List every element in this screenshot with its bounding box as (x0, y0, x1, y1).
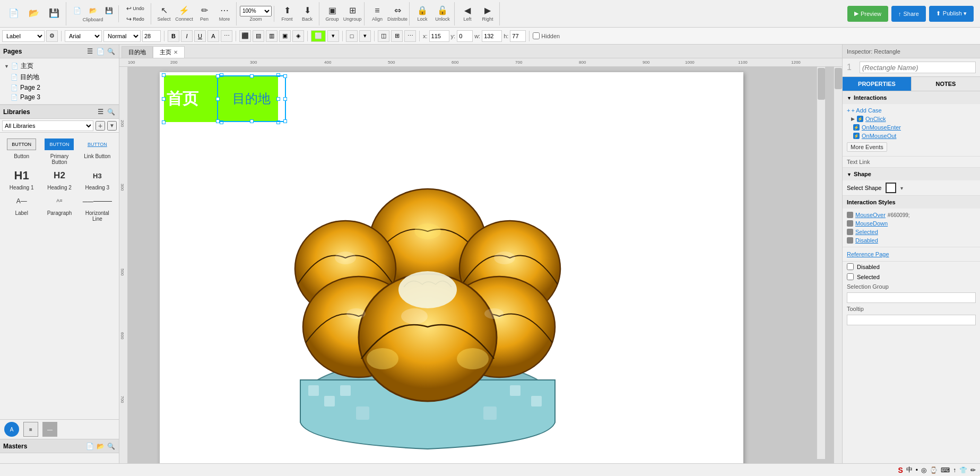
front-button[interactable]: ⬆ Front (277, 2, 297, 25)
dest-handle-bm[interactable] (250, 119, 254, 123)
widget-type-select[interactable]: Label (2, 30, 45, 42)
page-item-main[interactable]: ▼ 📄 主页 (2, 60, 117, 72)
more-button[interactable]: ⋯ More (215, 2, 234, 25)
disabled-checkbox[interactable] (847, 263, 854, 270)
distribute-button[interactable]: ⇔ Distribute (388, 2, 407, 25)
inspector-tab-properties[interactable]: PROPERTIES (843, 77, 912, 91)
layout-button[interactable]: ⊞ (391, 30, 403, 42)
w-input[interactable] (482, 30, 502, 42)
lib-item-extra2[interactable]: ≡ (23, 422, 38, 437)
valign-mid-button[interactable]: ◈ (292, 30, 304, 42)
group-button[interactable]: ▣ Group (323, 2, 342, 25)
valign-top-button[interactable]: ▣ (279, 30, 291, 42)
canvas-dest-selected[interactable]: 目的地 (217, 75, 286, 122)
handle-tl[interactable] (162, 73, 166, 77)
save-button[interactable]: 💾 (45, 2, 64, 25)
libraries-dropdown-arrow[interactable]: ▼ (107, 121, 117, 131)
inspector-tab-notes[interactable]: NOTES (912, 77, 980, 91)
canvas-tab-main[interactable]: 主页 ✕ (153, 46, 185, 58)
libraries-dropdown[interactable]: All Libraries (2, 120, 93, 131)
fill-color-button[interactable]: ⬜ (311, 30, 326, 42)
dest-handle-tl[interactable] (216, 74, 220, 78)
ungroup-button[interactable]: ⊞ Ungroup (343, 2, 362, 25)
interactions-section-header[interactable]: Interactions (843, 91, 980, 104)
align-center-button[interactable]: ▤ (253, 30, 264, 42)
align-right-button[interactable]: ▥ (266, 30, 277, 42)
dest-handle-bl[interactable] (216, 119, 220, 123)
dest-handle-mr[interactable] (283, 97, 287, 101)
border-color-button[interactable]: □ (346, 30, 358, 42)
canvas-vscroll-thumb[interactable] (818, 68, 825, 100)
hidden-checkbox[interactable] (533, 32, 540, 39)
lib-item-label[interactable]: A— Label (4, 194, 39, 222)
tooltip-input[interactable] (847, 315, 976, 325)
dest-handle-tr[interactable] (283, 74, 287, 78)
canvas-scroll-right-thumb[interactable] (835, 68, 842, 89)
style-selected[interactable]: Selected (843, 228, 980, 236)
page-item-destination[interactable]: 📄 目的地 (2, 72, 117, 83)
libraries-settings-icon[interactable]: ☰ (96, 107, 105, 117)
new-file-button[interactable]: 📄 (70, 5, 84, 16)
lib-item-button[interactable]: BUTTON Button (4, 137, 39, 165)
bold-button[interactable]: B (168, 30, 179, 42)
lib-item-link-button[interactable]: BUTTON Link Button (80, 137, 115, 165)
masters-search-icon[interactable]: 🔍 (106, 442, 116, 451)
lib-item-extra3[interactable]: — (42, 422, 57, 437)
lib-item-h1[interactable]: H1 Heading 1 (4, 168, 39, 191)
lib-item-h2[interactable]: H2 Heading 2 (42, 168, 76, 191)
widget-settings-button[interactable]: ⚙ (46, 30, 58, 42)
publish-button[interactable]: ⬆ Publish ▾ (929, 6, 974, 22)
style-mousedown[interactable]: MouseDown (843, 219, 980, 228)
underline-button[interactable]: U (194, 30, 206, 42)
dest-handle-ml[interactable] (216, 97, 220, 101)
text-more-button[interactable]: ⋯ (221, 30, 232, 42)
libraries-add-button[interactable]: + (96, 121, 105, 131)
lib-item-h3[interactable]: H3 Heading 3 (80, 168, 115, 191)
lib-item-hline[interactable]: —— Horizontal Line (80, 194, 115, 222)
italic-button[interactable]: I (181, 30, 193, 42)
page-item-page3[interactable]: 📄 Page 3 (2, 92, 117, 102)
preview-button[interactable]: ▶ Preview (847, 6, 888, 22)
selection-group-input[interactable] (847, 292, 976, 303)
libraries-search-icon[interactable]: 🔍 (106, 107, 116, 117)
onmouseenter-label[interactable]: OnMouseEnter (862, 124, 901, 131)
select-button[interactable]: ↖ Select (154, 2, 174, 25)
dest-handle-tm[interactable] (250, 74, 254, 78)
canvas-viewport[interactable]: 首页 目的地 (128, 67, 834, 476)
shape-section-header[interactable]: Shape (843, 168, 980, 180)
reference-page-link[interactable]: Reference Page (843, 249, 980, 259)
lib-item-extra1[interactable]: A (4, 422, 19, 437)
style-disabled-label[interactable]: Disabled (855, 237, 878, 244)
font-color-button[interactable]: A (207, 30, 219, 42)
onmouseout-label[interactable]: OnMouseOut (862, 133, 896, 139)
open-file-button[interactable]: 📂 (85, 5, 100, 16)
canvas-scroll-right[interactable] (834, 67, 842, 476)
open-button[interactable]: 📂 (24, 2, 44, 25)
masters-folder-icon[interactable]: 📂 (96, 442, 105, 451)
canvas-tab-destination[interactable]: 目的地 (122, 46, 153, 58)
y-input[interactable] (457, 30, 473, 42)
add-case-button[interactable]: + + Add Case (843, 106, 980, 115)
lib-item-paragraph[interactable]: A≡ Paragraph (42, 194, 76, 222)
style-selected-label[interactable]: Selected (855, 229, 878, 235)
inspector-name-input[interactable] (860, 62, 976, 73)
align-button[interactable]: ≡ Align (368, 2, 387, 25)
onclick-event-item[interactable]: ▶ ⚡ OnClick (843, 115, 980, 123)
masters-add-icon[interactable]: 📄 (85, 442, 94, 451)
connect-button[interactable]: ⚡ Connect (175, 2, 194, 25)
style-disabled[interactable]: Disabled (843, 236, 980, 245)
page-item-page2[interactable]: 📄 Page 2 (2, 83, 117, 92)
lib-item-primary-button[interactable]: BUTTON Primary Button (42, 137, 76, 165)
share-button[interactable]: ↑ Share (891, 6, 926, 22)
h-input[interactable] (510, 30, 526, 42)
style-mouseover-label[interactable]: MouseOver (855, 212, 886, 218)
align-left-button[interactable]: ⬛ (239, 30, 251, 42)
style-mouseover[interactable]: MouseOver #660099; (843, 211, 980, 219)
undo-button[interactable]: ↩ Undo (122, 3, 149, 14)
pages-settings-icon[interactable]: ☰ (85, 47, 94, 56)
unlock-button[interactable]: 🔓 Unlock (433, 2, 452, 25)
pages-search-icon[interactable]: 🔍 (106, 47, 116, 56)
canvas-tab-close-icon[interactable]: ✕ (174, 49, 178, 55)
selected-checkbox[interactable] (847, 273, 854, 280)
border-more-button[interactable]: ▾ (359, 30, 371, 42)
